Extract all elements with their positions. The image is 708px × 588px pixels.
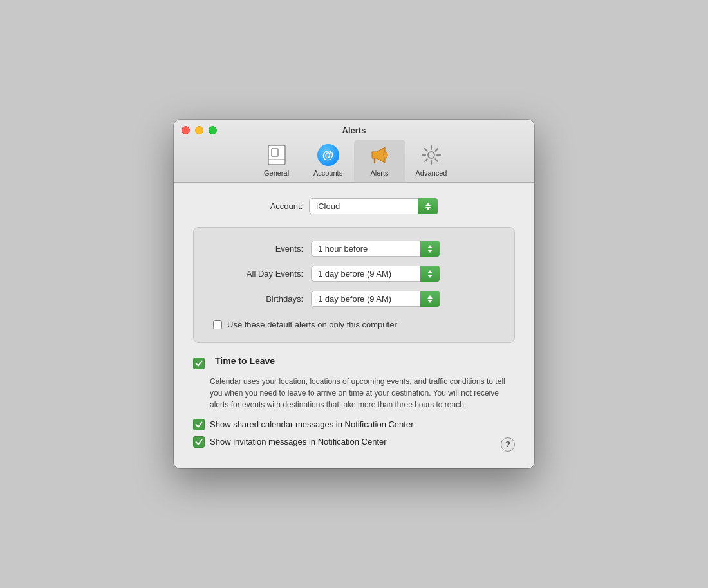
events-label: Events: [213, 244, 303, 253]
all-day-events-label: All Day Events: [213, 269, 303, 279]
events-select-wrapper: None At time of event 5 minutes before 1… [311, 241, 440, 257]
time-to-leave-checkbox[interactable] [193, 358, 205, 369]
general-tab-label: General [264, 169, 289, 177]
tab-general[interactable]: General [251, 140, 303, 182]
tab-accounts[interactable]: @ Accounts [303, 140, 354, 182]
minimize-button[interactable] [195, 126, 203, 134]
all-day-events-select-wrapper: None 1 day before (9 AM) 2 days before (… [311, 266, 440, 282]
toolbar: General @ Accounts A [238, 140, 470, 182]
alerts-tab-label: Alerts [370, 169, 388, 177]
svg-line-11 [425, 149, 427, 151]
all-day-events-select[interactable]: None 1 day before (9 AM) 2 days before (… [311, 266, 440, 282]
alerts-icon [368, 143, 391, 167]
all-day-events-row: All Day Events: None 1 day before (9 AM)… [213, 266, 495, 282]
time-to-leave-title: Time to Leave [215, 356, 275, 366]
events-select[interactable]: None At time of event 5 minutes before 1… [311, 241, 440, 257]
shared-calendar-row: Show shared calendar messages in Notific… [193, 418, 515, 430]
account-select-wrapper: iCloud Gmail Exchange [309, 198, 438, 214]
events-row: Events: None At time of event 5 minutes … [213, 241, 495, 257]
birthdays-select[interactable]: None 1 day before (9 AM) 2 days before (… [311, 291, 440, 307]
birthdays-select-wrapper: None 1 day before (9 AM) 2 days before (… [311, 291, 440, 307]
svg-point-6 [428, 152, 434, 158]
time-to-leave-description: Calendar uses your location, locations o… [193, 376, 515, 410]
titlebar: Alerts General @ Accounts [174, 120, 534, 183]
account-label: Account: [270, 201, 303, 211]
tab-advanced[interactable]: Advanced [405, 140, 458, 182]
window-controls [182, 126, 217, 134]
main-window: Alerts General @ Accounts [174, 120, 534, 468]
account-select[interactable]: iCloud Gmail Exchange [309, 198, 438, 214]
svg-line-13 [435, 149, 438, 151]
tab-alerts[interactable]: Alerts [354, 140, 405, 182]
computer-only-label[interactable]: Use these default alerts on only this co… [227, 320, 397, 329]
shared-calendar-checkbox[interactable] [193, 419, 205, 430]
invitation-label: Show invitation messages in Notification… [210, 437, 387, 446]
invitation-row: Show invitation messages in Notification… [193, 436, 515, 453]
invitation-row-inner: Show invitation messages in Notification… [193, 436, 387, 448]
birthdays-label: Birthdays: [213, 294, 303, 304]
maximize-button[interactable] [209, 126, 217, 134]
svg-line-14 [425, 159, 427, 161]
account-row: Account: iCloud Gmail Exchange [193, 198, 515, 214]
computer-only-checkbox[interactable] [213, 320, 222, 329]
close-button[interactable] [182, 126, 190, 134]
computer-only-row: Use these default alerts on only this co… [213, 317, 495, 329]
window-title: Alerts [342, 125, 366, 135]
time-to-leave-row: Time to Leave [193, 356, 515, 369]
advanced-tab-label: Advanced [416, 169, 447, 177]
titlebar-top: Alerts [182, 126, 526, 134]
accounts-tab-label: Accounts [313, 169, 342, 177]
accounts-icon: @ [317, 143, 340, 167]
content-area: Account: iCloud Gmail Exchange Events: [174, 183, 534, 468]
settings-card: Events: None At time of event 5 minutes … [193, 227, 515, 343]
svg-line-12 [435, 159, 438, 161]
advanced-icon [420, 143, 443, 167]
invitation-checkbox[interactable] [193, 436, 205, 448]
svg-point-5 [384, 152, 387, 158]
general-icon [265, 143, 288, 167]
help-button[interactable]: ? [501, 437, 515, 452]
birthdays-row: Birthdays: None 1 day before (9 AM) 2 da… [213, 291, 495, 307]
time-to-leave-content: Time to Leave [215, 356, 275, 366]
shared-calendar-label: Show shared calendar messages in Notific… [210, 419, 414, 429]
